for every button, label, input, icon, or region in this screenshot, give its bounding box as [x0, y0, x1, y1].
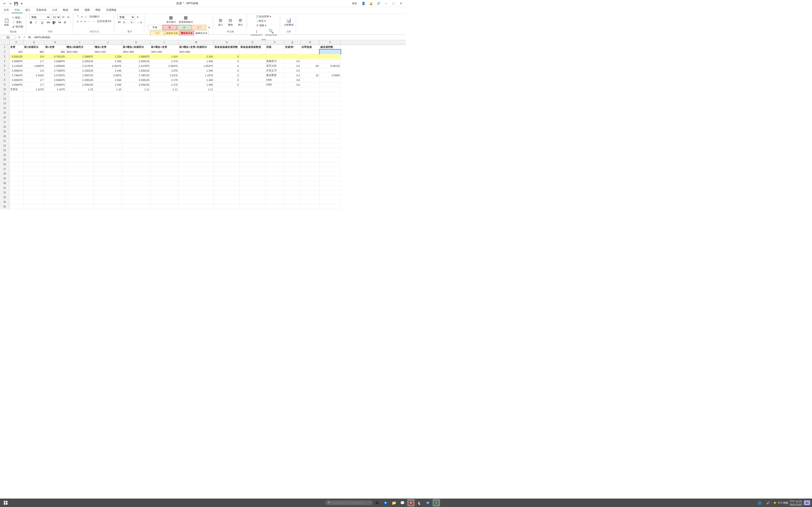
cell-Q24[interactable]: [284, 153, 301, 158]
cell-G10[interactable]: 1.4275: [23, 87, 45, 92]
cell-H14[interactable]: [45, 106, 66, 111]
cell-L21[interactable]: [150, 139, 179, 144]
cell-R6[interactable]: [301, 68, 319, 73]
cell-J18[interactable]: [94, 125, 122, 129]
cell-N17[interactable]: [214, 120, 240, 125]
cell-M21[interactable]: [179, 139, 214, 144]
cell-M29[interactable]: [179, 176, 214, 181]
cell-F33[interactable]: [9, 195, 23, 200]
cell-N5[interactable]: 0: [214, 64, 240, 68]
col-header-L[interactable]: L: [150, 40, 179, 45]
cell-L33[interactable]: [150, 195, 179, 200]
cell-H27[interactable]: [45, 167, 66, 172]
cell-O22[interactable]: [240, 144, 265, 148]
cell-P16[interactable]: [265, 115, 284, 120]
cell-L13[interactable]: [150, 101, 179, 106]
cell-G17[interactable]: [23, 120, 45, 125]
cell-R35[interactable]: [301, 205, 319, 209]
cell-J5[interactable]: 2.45475: [94, 64, 122, 68]
cell-S25[interactable]: [319, 158, 341, 162]
cell-J9[interactable]: 2.346: [94, 82, 122, 87]
cell-Q9[interactable]: 3.6: [284, 82, 301, 87]
cell-H25[interactable]: [45, 158, 66, 162]
cell-R27[interactable]: [301, 167, 319, 172]
cell-F7[interactable]: 2.748475: [9, 73, 23, 78]
cell-N22[interactable]: [214, 144, 240, 148]
cell-G21[interactable]: [23, 139, 45, 144]
cell-O7[interactable]: [240, 73, 265, 78]
cell-H20[interactable]: [45, 134, 66, 139]
indent-inc-button[interactable]: →: [92, 20, 96, 23]
share-icon[interactable]: 🔗: [376, 1, 381, 6]
cell-N4[interactable]: 0: [214, 59, 240, 64]
cell-O25[interactable]: [240, 158, 265, 162]
cell-I23[interactable]: [66, 148, 94, 153]
cell-S6[interactable]: [319, 68, 341, 73]
cell-G5[interactable]: 2.80875: [23, 64, 45, 68]
cell-P2[interactable]: [265, 50, 284, 54]
italic-button[interactable]: I: [35, 20, 40, 24]
cell-N12[interactable]: [214, 97, 240, 101]
cell-M20[interactable]: [179, 134, 214, 139]
cell-L6[interactable]: 2.076: [150, 68, 179, 73]
cell-H6[interactable]: 2.736875: [45, 68, 66, 73]
cell-M15[interactable]: [179, 111, 214, 115]
cell-I31[interactable]: [66, 186, 94, 190]
row-header-3[interactable]: 3: [0, 54, 9, 59]
cell-R5[interactable]: 50: [301, 64, 319, 68]
cell-I7[interactable]: 1.950725: [66, 73, 94, 78]
cell-O18[interactable]: [240, 125, 265, 129]
tab-help[interactable]: 帮助: [93, 7, 103, 13]
cell-F13[interactable]: [9, 101, 23, 106]
cell-L24[interactable]: [150, 153, 179, 158]
cell-O9[interactable]: [240, 82, 265, 87]
col-header-J[interactable]: J: [94, 40, 122, 45]
cell-F34[interactable]: [9, 200, 23, 205]
col-header-G[interactable]: G: [23, 40, 45, 45]
style-warning[interactable]: 警告性文本: [180, 31, 194, 36]
cell-I33[interactable]: [66, 195, 94, 200]
data-analysis-button[interactable]: 📊 分析数据: [283, 17, 294, 27]
cell-P18[interactable]: [265, 125, 284, 129]
cell-L4[interactable]: 2.176: [150, 59, 179, 64]
tab-insert[interactable]: 插入: [22, 7, 33, 13]
cell-G24[interactable]: [23, 153, 45, 158]
cell-G29[interactable]: [23, 176, 45, 181]
cell-J23[interactable]: [94, 148, 122, 153]
cell-H26[interactable]: [45, 162, 66, 167]
autosum-button[interactable]: Σ 自动求和 ▾: [256, 14, 272, 18]
col-header-K[interactable]: K: [122, 40, 150, 45]
fill-color-button[interactable]: ▓▾: [52, 21, 57, 24]
cell-G3[interactable]: 0.9: [23, 54, 45, 59]
cell-P34[interactable]: [265, 200, 284, 205]
cell-K2[interactable]: 30%+480: [122, 50, 150, 54]
cell-K30[interactable]: [122, 181, 150, 186]
save-button[interactable]: 💾: [14, 1, 18, 6]
cell-Q18[interactable]: [284, 125, 301, 129]
cell-P19[interactable]: [265, 129, 284, 134]
cell-K33[interactable]: [122, 195, 150, 200]
cell-N2[interactable]: [214, 50, 240, 54]
format-painter-button[interactable]: 🖌 格式刷: [11, 25, 24, 29]
cell-N13[interactable]: [214, 101, 240, 106]
cell-Q16[interactable]: [284, 115, 301, 120]
cell-J2[interactable]: 30%+325: [94, 50, 122, 54]
insert-cells-button[interactable]: ⊞ 插入: [216, 17, 225, 27]
row-header-35[interactable]: 35: [0, 205, 9, 209]
cell-O2[interactable]: [240, 50, 265, 54]
cell-N10[interactable]: [214, 87, 240, 92]
align-right-button[interactable]: ≡: [84, 20, 86, 23]
cell-Q34[interactable]: [284, 200, 301, 205]
cell-K21[interactable]: [122, 139, 150, 144]
cell-R30[interactable]: [301, 181, 319, 186]
cell-H7[interactable]: 2.578475: [45, 73, 66, 78]
cell-J11[interactable]: [94, 92, 122, 97]
cell-H12[interactable]: [45, 97, 66, 101]
cell-O15[interactable]: [240, 111, 265, 115]
cell-S14[interactable]: [319, 106, 341, 111]
cell-N19[interactable]: [214, 129, 240, 134]
cell-L31[interactable]: [150, 186, 179, 190]
cell-L9[interactable]: 2.176: [150, 82, 179, 87]
cell-G25[interactable]: [23, 158, 45, 162]
formula-input[interactable]: =R4*0.001825: [33, 36, 405, 39]
